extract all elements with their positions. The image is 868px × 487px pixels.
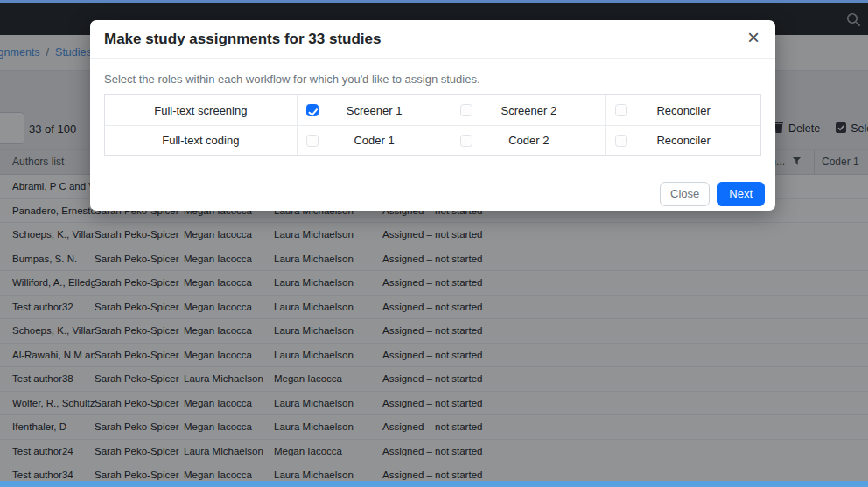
- assignment-modal: Make study assignments for 33 studies × …: [90, 20, 775, 211]
- workflow-row: Full-text codingCoder 1Coder 2Reconciler: [105, 125, 760, 155]
- role-cell[interactable]: Screener 2: [451, 95, 606, 125]
- modal-footer: Close Next: [90, 177, 775, 211]
- role-cell[interactable]: Coder 2: [451, 126, 606, 155]
- role-label: Screener 1: [346, 104, 402, 117]
- role-label: Reconciler: [656, 134, 710, 147]
- role-checkbox[interactable]: [460, 135, 472, 147]
- close-icon[interactable]: ×: [744, 25, 763, 51]
- modal-title: Make study assignments for 33 studies: [104, 31, 382, 48]
- role-label: Coder 1: [354, 134, 394, 147]
- workflow-name: Full-text screening: [105, 95, 297, 125]
- modal-header: Make study assignments for 33 studies ×: [90, 20, 775, 59]
- role-label: Coder 2: [508, 134, 549, 147]
- role-checkbox[interactable]: [615, 104, 627, 116]
- role-label: Screener 2: [501, 104, 557, 117]
- top-accent-strip: [0, 0, 868, 3]
- role-cell[interactable]: Reconciler: [606, 126, 760, 155]
- role-checkbox[interactable]: [460, 104, 472, 116]
- modal-description: Select the roles within each workflow fo…: [104, 73, 761, 86]
- next-button[interactable]: Next: [717, 182, 765, 206]
- role-checkbox[interactable]: [306, 135, 318, 147]
- role-label: Reconciler: [656, 104, 710, 117]
- role-cell[interactable]: Reconciler: [606, 95, 760, 125]
- role-checkbox[interactable]: [306, 104, 318, 116]
- modal-body: Select the roles within each workflow fo…: [90, 59, 775, 177]
- workflow-row: Full-text screeningScreener 1Screener 2R…: [105, 95, 760, 125]
- workflow-table: Full-text screeningScreener 1Screener 2R…: [104, 94, 761, 156]
- close-button[interactable]: Close: [660, 182, 710, 206]
- workflow-name: Full-text coding: [105, 126, 297, 155]
- bottom-accent-strip: [0, 481, 868, 487]
- role-cell[interactable]: Coder 1: [297, 126, 452, 155]
- page: Assignments / Studies 33 of 100 Delete: [0, 0, 868, 487]
- role-cell[interactable]: Screener 1: [297, 95, 452, 125]
- role-checkbox[interactable]: [615, 135, 627, 147]
